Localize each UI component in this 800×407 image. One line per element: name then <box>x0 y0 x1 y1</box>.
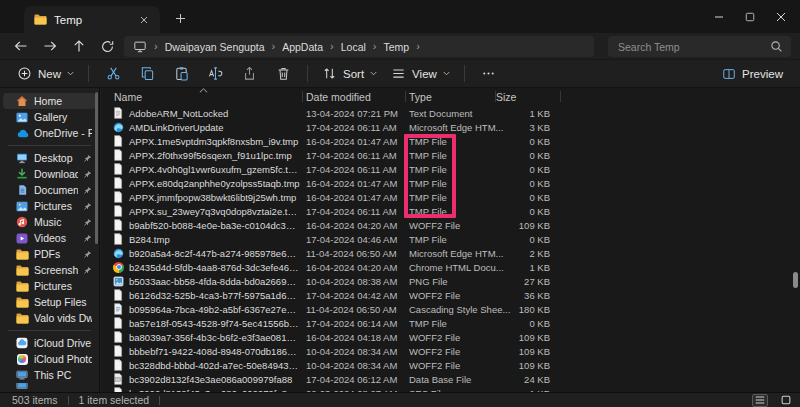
more-button[interactable] <box>474 62 504 85</box>
delete-button[interactable] <box>268 62 298 85</box>
search-box[interactable] <box>608 36 791 57</box>
file-row[interactable]: AdobeARM_NotLocked 13-04-2024 07:21 PM T… <box>101 106 800 120</box>
breadcrumb-item[interactable]: Local <box>341 41 366 53</box>
search-input[interactable] <box>616 40 769 54</box>
share-icon <box>242 66 257 81</box>
breadcrumb[interactable]: › Dwaipayan Sengupta›AppData›Local›Temp› <box>124 36 594 57</box>
file-row[interactable]: B284.tmp 17-04-2024 04:46 AM TMP File 0 … <box>101 232 800 246</box>
chevron-down-icon <box>443 71 450 76</box>
file-icon <box>113 359 129 371</box>
status-bar: 503 items 1 item selected <box>0 392 800 407</box>
new-button[interactable]: New <box>10 62 81 85</box>
column-header-date-modified[interactable]: Date modified <box>306 91 371 103</box>
gallery-icon <box>15 112 29 123</box>
file-icon <box>113 219 129 231</box>
maximize-button[interactable] <box>734 0 765 33</box>
column-header-size[interactable]: Size <box>496 91 516 103</box>
breadcrumb-item[interactable]: AppData <box>282 41 323 53</box>
view-button[interactable]: View <box>384 62 457 85</box>
column-divider[interactable] <box>302 91 303 102</box>
file-row[interactable]: bc328dbd-bbbd-402d-a7ec-50e8494314dc.tm.… <box>101 358 800 372</box>
sidebar-item-pictures[interactable]: Pictures <box>3 278 96 294</box>
back-button[interactable] <box>6 34 35 58</box>
file-row[interactable]: b095964a-7bca-49b2-a5bf-6367e27e1e79.tmp… <box>101 302 800 316</box>
up-button[interactable] <box>64 34 93 58</box>
sidebar-item-desktop[interactable]: Desktop <box>3 150 96 166</box>
tab-close-icon[interactable] <box>137 13 151 27</box>
documents-icon <box>15 184 29 196</box>
rename-button[interactable] <box>200 62 230 85</box>
refresh-button[interactable] <box>93 34 122 58</box>
tab-temp[interactable]: Temp <box>24 6 160 33</box>
breadcrumb-item[interactable]: Dwaipayan Sengupta <box>165 41 265 53</box>
column-divider[interactable] <box>405 91 406 102</box>
column-divider[interactable] <box>560 91 561 102</box>
sidebar-item-pictures[interactable]: Pictures <box>3 198 96 214</box>
sort-button[interactable]: Sort <box>315 62 384 85</box>
share-button[interactable] <box>234 62 264 85</box>
plus-circle-icon <box>17 66 32 81</box>
sidebar-item-documents[interactable]: Documents <box>3 182 96 198</box>
sidebar-scrollbar[interactable] <box>95 92 98 244</box>
file-row[interactable]: ba8039a7-356f-4b3c-b6f2-e3f3ae081944.tmp… <box>101 330 800 344</box>
pictures-icon <box>15 201 29 212</box>
folder-icon <box>15 281 29 292</box>
sidebar-item-this-pc[interactable]: This PC <box>3 367 96 383</box>
icloud-drive-icon <box>15 337 29 349</box>
column-header-type[interactable]: Type <box>409 91 432 103</box>
file-row[interactable]: APPX.jmmfpopw38bwkt6libt9j25wh.tmp 16-04… <box>101 190 800 204</box>
file-row[interactable]: APPX.4v0h0gl1vwr6uxufm_gzem5fc.tmp 17-04… <box>101 162 800 176</box>
sidebar-item-gallery[interactable]: Gallery <box>3 109 96 125</box>
sidebar-item-partial[interactable] <box>3 383 96 389</box>
thumbnails-view-button[interactable] <box>778 394 794 407</box>
css-icon <box>113 303 129 315</box>
sidebar-item-home[interactable]: Home <box>3 93 96 109</box>
sidebar-item-screenshots[interactable]: Screenshots <box>3 262 96 278</box>
copy-button[interactable] <box>132 62 162 85</box>
file-row[interactable]: b920a5a4-8c2f-447b-a274-985978e6298f.tmp… <box>101 246 800 260</box>
preview-button[interactable]: Preview <box>715 63 790 85</box>
file-row[interactable]: b9abf520-b088-4e0e-ba3e-c0104dc3749d.tmp… <box>101 218 800 232</box>
file-row[interactable]: b5033aac-bb58-4fda-8dda-bd0a2669932f.tmp… <box>101 274 800 288</box>
column-header-name[interactable]: Name <box>114 91 142 103</box>
sort-arrows-icon <box>322 66 337 81</box>
forward-button[interactable] <box>35 34 64 58</box>
sidebar-item-onedrive-personal[interactable]: OneDrive - Personal <box>3 125 96 141</box>
file-row[interactable]: AMDLinkDriverUpdate 17-04-2024 06:11 AM … <box>101 120 800 134</box>
file-row[interactable]: APPX.e80dq2anphhe0yzolpss5taqb.tmp 16-04… <box>101 176 800 190</box>
new-tab-button[interactable] <box>172 10 188 26</box>
sidebar-item-music[interactable]: Music <box>3 214 96 230</box>
paste-button[interactable] <box>166 62 196 85</box>
breadcrumb-item[interactable]: Temp <box>384 41 410 53</box>
sidebar-item-pdfs[interactable]: PDFs <box>3 246 96 262</box>
sidebar-item-setup-files[interactable]: Setup Files <box>3 294 96 310</box>
file-row[interactable]: APPX.1me5vptdm3qpkf8nxsbm_i9v.tmp 16-04-… <box>101 134 800 148</box>
close-button[interactable] <box>765 0 796 33</box>
file-row[interactable]: APPX.su_23wey7q3vq0dop8vztai2e.tmp 17-04… <box>101 204 800 218</box>
sidebar-item-icloud-drive[interactable]: iCloud Drive <box>3 335 96 351</box>
sidebar-item-valo-vids-dwai[interactable]: Valo vids Dwai <box>3 310 96 326</box>
list-scrollbar[interactable] <box>793 272 798 288</box>
column-divider[interactable] <box>495 91 496 102</box>
details-view-button[interactable] <box>752 394 768 407</box>
file-icon <box>113 191 129 203</box>
file-row[interactable]: APPX.2f0thx99f56sqexn_f91u1lpc.tmp 17-04… <box>101 148 800 162</box>
file-row[interactable]: b6126d32-525b-4ca3-b77f-5975a1d6de7d.tm.… <box>101 288 800 302</box>
sidebar-item-downloads[interactable]: Downloads <box>3 166 96 182</box>
onedrive-icon <box>15 129 29 138</box>
search-icon <box>769 40 783 53</box>
cut-button[interactable] <box>98 62 128 85</box>
file-row[interactable]: bc3902d8132f43e3ae086a009979fa88 17-04-2… <box>101 372 800 386</box>
divider <box>307 65 308 82</box>
edge-icon <box>113 248 129 259</box>
preview-pane-icon <box>722 67 736 81</box>
file-row[interactable]: bbbebf71-9422-408d-8948-070db18691c9.tm.… <box>101 344 800 358</box>
music-icon <box>15 216 29 228</box>
minimize-button[interactable] <box>703 0 734 33</box>
view-lines-icon <box>391 66 406 81</box>
file-row[interactable]: ba57e18f-0543-4528-9f74-5ec41556b1b2.tmp… <box>101 316 800 330</box>
folder-icon <box>15 249 29 260</box>
sidebar-item-videos[interactable]: Videos <box>3 230 96 246</box>
file-row[interactable]: b2435d4d-5fdb-4aa8-876d-3dc3efe46be9.tmp… <box>101 260 800 274</box>
sidebar-item-icloud-photos[interactable]: iCloud Photos <box>3 351 96 367</box>
